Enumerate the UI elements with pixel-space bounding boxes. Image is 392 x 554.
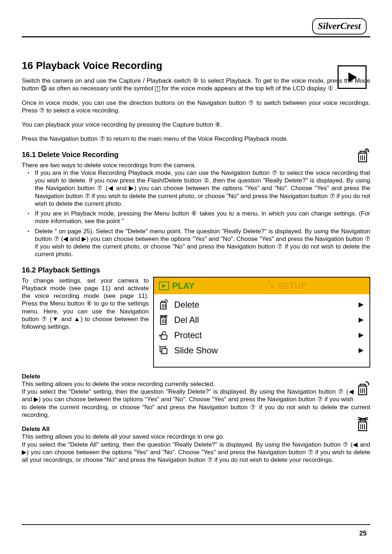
t: Switch the camera on and use the Capture…	[22, 77, 193, 84]
menu-item-protect[interactable]: Protect ▶	[156, 328, 365, 343]
delete-setting-icon	[356, 381, 370, 398]
playback-mode-icon	[338, 65, 367, 89]
tab-setup[interactable]: SETUP	[262, 280, 369, 291]
menu-label: Protect	[174, 330, 354, 341]
tab-setup-label: SETUP	[278, 280, 307, 291]
t: for the voice mode appears at the top le…	[162, 85, 327, 92]
ref-10: ⑩	[193, 77, 199, 84]
footer-divider	[22, 524, 370, 525]
delete-setting-text-1: This setting allows you to delete the vo…	[22, 380, 370, 388]
tab-play[interactable]: PLAY	[154, 280, 262, 291]
delete-setting-heading: Delete	[22, 373, 370, 380]
delete-setting-text-2: If you select the "Delete" setting, then…	[22, 388, 370, 419]
brand-logo: SilverCrest	[312, 18, 367, 34]
page-number: 25	[359, 529, 367, 538]
voice-mode-symbol: 1	[155, 86, 160, 91]
subsection-playback-settings: 16.2 Playback Settings	[22, 266, 370, 275]
delete-methods-list: If you are in the Voice Recording Playba…	[22, 169, 370, 258]
chevron-right-icon: ▶	[359, 316, 364, 324]
protect-icon	[158, 331, 170, 340]
play-tab-icon	[159, 282, 169, 290]
list-item: Delete " on page 25). Select the "Delete…	[35, 227, 370, 258]
menu-label: Del All	[174, 315, 354, 325]
section-heading: 16 Playback Voice Recording	[22, 59, 370, 72]
delete-all-text-2: If you select the "Delete All" setting, …	[22, 441, 370, 464]
delete-icon	[158, 299, 170, 310]
svg-rect-16	[162, 349, 167, 354]
menu-item-delete[interactable]: Delete ▶	[156, 297, 365, 312]
menu-label: Delete	[174, 299, 354, 310]
menu-item-del-all[interactable]: Del All ▶	[156, 312, 365, 328]
slide-show-icon	[158, 346, 170, 355]
voice-delete-icon	[356, 148, 370, 165]
camera-menu-screenshot: PLAY SETUP Delete ▶ Del All ▶	[153, 277, 370, 368]
tab-play-label: PLAY	[172, 280, 195, 291]
delete-all-icon	[158, 315, 170, 325]
chevron-right-icon: ▶	[359, 300, 364, 309]
chevron-right-icon: ▶	[359, 346, 364, 354]
svg-rect-13	[161, 335, 167, 339]
list-item: If you are in the Voice Recording Playba…	[35, 169, 370, 208]
t: .	[335, 85, 337, 92]
top-divider	[22, 36, 370, 37]
setup-tab-icon	[267, 280, 275, 291]
subsection-delete-voice: 16.1 Delete Voice Recording	[22, 150, 370, 159]
delete-all-setting-icon	[356, 417, 370, 434]
menu-item-slide-show[interactable]: Slide Show ▶	[156, 343, 365, 358]
play-triangle-icon	[346, 71, 358, 83]
menu-body: Delete ▶ Del All ▶ Protect ▶ Slide Show …	[154, 294, 369, 367]
menu-tab-bar: PLAY SETUP	[154, 278, 369, 294]
ref-13: ⑬	[41, 85, 47, 92]
svg-marker-0	[348, 72, 357, 82]
menu-label: Slide Show	[174, 345, 354, 356]
svg-marker-4	[162, 284, 166, 288]
chevron-right-icon: ▶	[359, 331, 364, 339]
intro-paragraph-2: Once in voice mode, you can use the dire…	[22, 99, 370, 115]
delete-intro: There are two ways to delete voice recor…	[22, 161, 370, 169]
delete-all-text-1: This setting allows you to delete all yo…	[22, 433, 370, 440]
t: as often as necessary until the symbol	[49, 85, 155, 92]
intro-paragraph-1: Switch the camera on and use the Capture…	[22, 77, 370, 93]
svg-point-14	[159, 335, 161, 336]
delete-all-heading: Delete All	[22, 425, 370, 433]
ref-1: ①	[328, 85, 333, 92]
intro-paragraph-4: Press the Navigation button ⑦ to return …	[22, 135, 370, 143]
list-item: If you are in Playback mode, pressing th…	[35, 210, 370, 225]
playback-settings-text: To change settings, set your camera to P…	[22, 277, 149, 331]
intro-paragraph-3: You can playback your voice recording by…	[22, 121, 370, 128]
